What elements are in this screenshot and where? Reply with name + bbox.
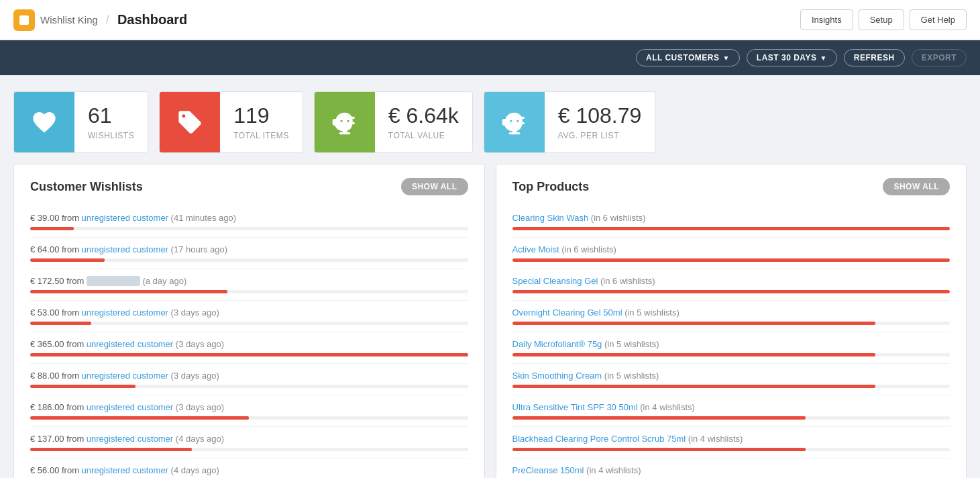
total-value-icon: [315, 92, 375, 152]
product-progress-bar-container: [512, 258, 950, 262]
product-item: Ultra Sensitive Tint SPF 30 50ml (in 4 w…: [512, 395, 950, 427]
wishlist-customer-link[interactable]: unregistered customer: [87, 434, 173, 444]
setup-button[interactable]: Setup: [859, 9, 904, 30]
refresh-button[interactable]: REFRESH: [844, 49, 905, 66]
products-list: Clearing Skin Wash (in 6 wishlists) Acti…: [512, 206, 950, 478]
product-link[interactable]: Special Cleansing Gel: [512, 276, 598, 286]
avg-per-list-content: € 108.79 AVG. PER LIST: [545, 93, 655, 150]
wishlist-time: (3 days ago): [176, 339, 224, 349]
header-right: Insights Setup Get Help: [800, 9, 967, 30]
stat-avg-per-list: € 108.79 AVG. PER LIST: [484, 91, 656, 153]
wishlist-item: € 56.00 from unregistered customer (4 da…: [30, 459, 468, 478]
wishlist-item: € 365.00 from unregistered customer (3 d…: [30, 332, 468, 364]
product-item-text: PreCleanse 150ml (in 4 wishlists): [512, 465, 950, 475]
product-count: (in 6 wishlists): [561, 244, 616, 254]
piggy-small-icon: [501, 109, 528, 136]
product-progress-bar: [512, 416, 806, 420]
product-link[interactable]: PreCleanse 150ml: [512, 465, 584, 475]
wishlist-progress-bar-container: [30, 290, 468, 293]
insights-button[interactable]: Insights: [800, 9, 853, 30]
page-title: Dashboard: [117, 12, 187, 28]
piggy-icon: [331, 109, 358, 136]
wishlist-customer-link[interactable]: unregistered customer: [82, 371, 168, 381]
wishlist-time: (4 days ago): [171, 465, 219, 475]
wishlists-label: WISHLISTS: [88, 131, 134, 140]
stat-total-value: € 6.64k TOTAL VALUE: [314, 91, 473, 153]
export-button[interactable]: EXPORT: [912, 49, 967, 66]
wishlists-icon: [14, 92, 74, 152]
product-progress-bar: [512, 227, 950, 230]
wishlist-time: (4 days ago): [176, 434, 224, 444]
wishlists-list: € 39.00 from unregistered customer (41 m…: [30, 206, 468, 478]
logo-icon: [17, 13, 31, 27]
all-customers-button[interactable]: ALL CUSTOMERS ▼: [636, 49, 740, 66]
product-progress-bar-container: [512, 448, 950, 451]
header-separator: /: [106, 13, 109, 27]
wishlist-customer-link[interactable]: unregistered customer: [82, 213, 168, 223]
wishlist-progress-bar: [30, 227, 74, 230]
wishlist-customer-link[interactable]: unregistered customer: [87, 402, 173, 412]
product-link[interactable]: Skin Smoothing Cream: [512, 371, 602, 381]
wishlist-time: (a day ago): [142, 276, 186, 286]
wishlist-customer-link[interactable]: unregistered customer: [82, 307, 168, 318]
product-link[interactable]: Clearing Skin Wash: [512, 213, 589, 223]
product-item-text: Clearing Skin Wash (in 6 wishlists): [512, 213, 950, 223]
product-link[interactable]: Ultra Sensitive Tint SPF 30 50ml: [512, 402, 638, 412]
header-left: Wishlist King / Dashboard: [13, 9, 187, 31]
product-item-text: Ultra Sensitive Tint SPF 30 50ml (in 4 w…: [512, 402, 950, 412]
wishlists-show-all-button[interactable]: SHOW ALL: [401, 178, 468, 195]
last-30-days-label: LAST 30 DAYS: [757, 53, 817, 62]
wishlist-item-text: € 53.00 from unregistered customer (3 da…: [30, 307, 468, 318]
product-progress-bar: [512, 385, 876, 388]
wishlist-progress-bar: [30, 416, 249, 420]
products-show-all-button[interactable]: SHOW ALL: [883, 178, 950, 195]
wishlist-customer-link[interactable]: unregistered customer: [87, 339, 173, 349]
wishlist-item-text: € 88.00 from unregistered customer (3 da…: [30, 371, 468, 381]
chevron-down-icon: ▼: [820, 54, 826, 62]
avg-per-list-label: AVG. PER LIST: [558, 131, 642, 140]
product-item-text: Overnight Clearing Gel 50ml (in 5 wishli…: [512, 307, 950, 318]
product-link[interactable]: Blackhead Clearing Pore Control Scrub 75…: [512, 434, 686, 444]
svg-rect-1: [19, 15, 29, 25]
wishlist-item-text: € 186.00 from unregistered customer (3 d…: [30, 402, 468, 412]
chevron-down-icon: ▼: [722, 54, 729, 62]
wishlist-item-text: € 172.50 from (a day ago): [30, 276, 468, 286]
app-logo: [13, 9, 35, 31]
total-value-label: TOTAL VALUE: [388, 131, 459, 140]
product-progress-bar: [512, 353, 876, 356]
product-count: (in 4 wishlists): [688, 434, 743, 444]
product-link[interactable]: Active Moist: [512, 244, 559, 254]
product-item: Blackhead Clearing Pore Control Scrub 75…: [512, 427, 950, 459]
product-link[interactable]: Daily Microfoliant® 75g: [512, 339, 602, 349]
product-progress-bar-container: [512, 322, 950, 325]
product-item-text: Skin Smoothing Cream (in 5 wishlists): [512, 371, 950, 381]
wishlist-progress-bar: [30, 258, 105, 262]
product-item: Overnight Clearing Gel 50ml (in 5 wishli…: [512, 301, 950, 332]
all-customers-label: ALL CUSTOMERS: [646, 53, 719, 62]
wishlist-progress-bar-container: [30, 227, 468, 230]
product-item: Active Moist (in 6 wishlists): [512, 238, 950, 269]
wishlist-customer-link[interactable]: unregistered customer: [82, 465, 168, 475]
last-30-days-button[interactable]: LAST 30 DAYS ▼: [747, 49, 837, 66]
product-item-text: Special Cleansing Gel (in 6 wishlists): [512, 276, 950, 286]
product-link[interactable]: Overnight Clearing Gel 50ml: [512, 307, 622, 318]
products-panel-title: Top Products: [512, 180, 590, 194]
wishlist-item: € 39.00 from unregistered customer (41 m…: [30, 206, 468, 238]
wishlist-progress-bar: [30, 353, 468, 356]
wishlist-time: (3 days ago): [171, 371, 219, 381]
top-products-panel: Top Products SHOW ALL Clearing Skin Wash…: [496, 164, 967, 478]
product-progress-bar: [512, 258, 950, 262]
wishlists-panel-header: Customer Wishlists SHOW ALL: [30, 178, 468, 195]
wishlist-progress-bar: [30, 448, 192, 451]
product-progress-bar: [512, 290, 950, 293]
wishlist-time: (41 minutes ago): [171, 213, 237, 223]
product-item: Special Cleansing Gel (in 6 wishlists): [512, 269, 950, 301]
product-item-text: Daily Microfoliant® 75g (in 5 wishlists): [512, 339, 950, 349]
product-item: PreCleanse 150ml (in 4 wishlists): [512, 459, 950, 478]
wishlist-progress-bar-container: [30, 353, 468, 356]
wishlist-customer-link[interactable]: unregistered customer: [82, 244, 168, 254]
product-count: (in 6 wishlists): [600, 276, 655, 286]
get-help-button[interactable]: Get Help: [910, 9, 967, 30]
product-item-text: Blackhead Clearing Pore Control Scrub 75…: [512, 434, 950, 444]
total-items-value: 119: [233, 104, 289, 128]
